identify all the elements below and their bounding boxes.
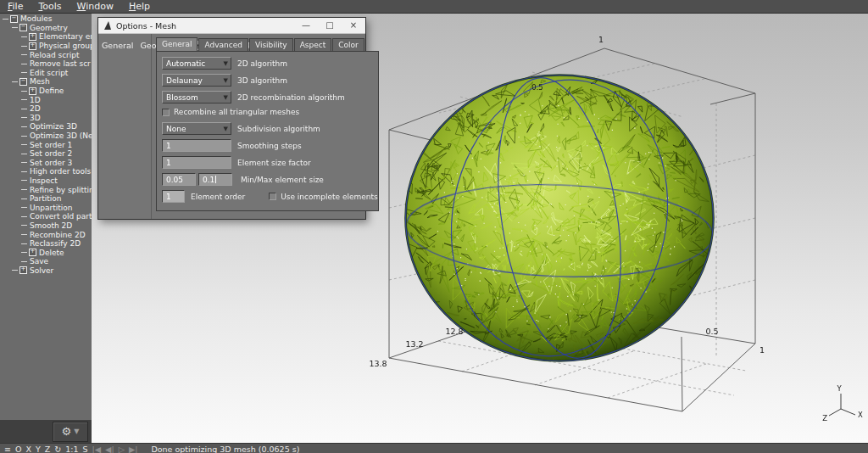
expand-icon[interactable]: + (29, 33, 36, 41)
option-row-element-order: 1Element orderUse incomplete elements (162, 190, 378, 203)
dropdown-3d-algorithm[interactable]: Delaunay▼ (162, 74, 231, 87)
anim-play-icon[interactable]: ▷ (119, 445, 125, 453)
tree-item-label: Save (30, 257, 48, 266)
ortho-toggle[interactable]: O (15, 445, 21, 453)
collapse-icon[interactable]: − (19, 78, 27, 86)
tree-item-save[interactable]: Save (0, 257, 92, 266)
tree-item-recombine-2d[interactable]: Recombine 2D (0, 230, 92, 239)
zoom-1-1-button[interactable]: 1:1 (65, 445, 78, 453)
tree-item-physical-groups[interactable]: +Physical groups (0, 42, 92, 51)
tree-item-convert-old-part[interactable]: Convert old part (0, 212, 92, 221)
expand-icon[interactable]: + (29, 42, 36, 50)
tree-item-label: Optimize 3D (30, 122, 77, 131)
menu-toggle-icon[interactable]: ≡ (4, 445, 11, 453)
axis-label-0-5: 0.5 (705, 327, 718, 336)
tree-connector (21, 109, 27, 109)
tree-item-2d[interactable]: 2D (0, 104, 92, 114)
tree-item-label: Solver (30, 266, 53, 275)
input-element-order[interactable]: 1 (162, 190, 185, 203)
tree-item-unpartition[interactable]: Unpartition (0, 203, 92, 212)
tree-item-high-order-tools[interactable]: High order tools (0, 167, 92, 176)
checkbox-recombine-all-triangular-meshes[interactable] (162, 109, 170, 116)
tree-item-edit-script[interactable]: Edit script (0, 69, 92, 78)
tree-connector (21, 199, 27, 199)
tree-item-label: Smooth 2D (30, 221, 72, 230)
anim-next-icon[interactable]: ▶| (129, 445, 138, 453)
tree-item-label: 1D (30, 96, 41, 104)
dropdown-value: None (166, 125, 186, 133)
tree-item-set-order-1[interactable]: Set order 1 (0, 140, 92, 149)
expand-icon[interactable]: + (29, 249, 36, 256)
tree-item-elementary-entit[interactable]: +Elementary entit (0, 32, 92, 42)
tree-connector (21, 189, 27, 190)
input-smoothing-steps[interactable]: 1 (162, 139, 231, 152)
category-general[interactable]: General (98, 41, 136, 50)
dropdown-subdivision-algorithm[interactable]: None▼ (162, 122, 231, 135)
dialog-title-bar[interactable]: Options - Mesh — □ × (98, 18, 365, 34)
anim-first-icon[interactable]: |◀ (92, 445, 102, 453)
tree-item-optimize-3d[interactable]: Optimize 3D (0, 122, 92, 131)
tree-connector (21, 91, 27, 92)
maximize-button[interactable]: □ (318, 18, 342, 33)
tree-item-set-order-2[interactable]: Set order 2 (0, 149, 92, 159)
x-view-button[interactable]: X (25, 445, 31, 453)
tree-item-set-order-3[interactable]: Set order 3 (0, 159, 92, 168)
menu-item-tools[interactable]: Tools (31, 0, 69, 13)
checkbox-label: Use incomplete elements (281, 193, 378, 201)
tab-aspect[interactable]: Aspect (294, 38, 332, 51)
menu-item-file[interactable]: File (0, 0, 31, 13)
gmsh-logo-icon (103, 20, 112, 31)
options-dialog: Options - Mesh — □ × GeneralGeometryMesh… (97, 17, 366, 220)
tree-item-1d[interactable]: 1D (0, 95, 92, 104)
menu-item-help[interactable]: Help (121, 0, 158, 13)
tree-connector (21, 54, 27, 55)
tree-item-3d[interactable]: 3D (0, 114, 92, 123)
collapse-icon[interactable]: − (10, 15, 18, 23)
tree-item-smooth-2d[interactable]: Smooth 2D (0, 221, 92, 231)
tree-item-label: Set order 3 (30, 159, 72, 167)
checkbox-use-incomplete-elements[interactable] (269, 193, 276, 200)
y-view-button[interactable]: Y (36, 445, 41, 453)
tree-item-refine-by-splittir[interactable]: Refine by splittir (0, 185, 92, 194)
dropdown-2d-recombination-algorithm[interactable]: Blossom▼ (162, 91, 231, 103)
minimize-button[interactable]: — (294, 18, 318, 33)
tab-color[interactable]: Color (332, 38, 364, 51)
dropdown-2d-algorithm[interactable]: Automatic▼ (162, 57, 231, 70)
mesh-general-panel: Automatic▼2D algorithmDelaunay▼3D algori… (156, 51, 379, 211)
tree-item-geometry[interactable]: −Geometry (0, 24, 92, 33)
tree-item-label: Set order 1 (30, 141, 72, 149)
tree-item-mesh[interactable]: −Mesh (0, 77, 92, 87)
anim-prev-icon[interactable]: ◀| (105, 445, 114, 453)
expand-icon[interactable]: + (19, 266, 27, 274)
tree-item-delete[interactable]: +Delete (0, 248, 92, 257)
input-element-size-factor[interactable]: 1 (162, 156, 231, 169)
rotate-view-icon[interactable]: ↻ (54, 445, 61, 453)
menu-item-window[interactable]: Window (70, 0, 121, 13)
z-view-button[interactable]: Z (45, 445, 51, 453)
tree-item-inspect[interactable]: Inspect (0, 176, 92, 186)
tree-item-define[interactable]: +Define (0, 87, 92, 96)
collapse-icon[interactable]: − (19, 24, 27, 31)
tree-item-remove-last-scr[interactable]: Remove last scr (0, 59, 92, 69)
tree-item-reload-script[interactable]: Reload script (0, 50, 92, 59)
input-min-max-element-size-0[interactable]: 0.05 (162, 173, 196, 186)
tab-visibility[interactable]: Visibility (249, 38, 293, 51)
tree-item-optimize-3d-ne[interactable]: Optimize 3D (Ne (0, 131, 92, 141)
close-button[interactable]: × (342, 18, 365, 33)
tree-gear-button[interactable]: ⚙ ▼ (53, 422, 88, 442)
tab-general[interactable]: General (156, 37, 198, 51)
expand-icon[interactable]: + (29, 87, 36, 95)
tree-item-label: Optimize 3D (Ne (30, 131, 92, 140)
tree-item-reclassify-2d[interactable]: Reclassify 2D (0, 239, 92, 249)
menu-bar: FileToolsWindowHelp (0, 0, 868, 14)
triad-y-label: Y (836, 384, 842, 393)
tree-connector (21, 72, 27, 73)
tree-item-solver[interactable]: +Solver (0, 266, 92, 276)
option-row-2d-recombination-algorithm: Blossom▼2D recombination algorithm (162, 91, 378, 103)
select-mode-button[interactable]: S (83, 445, 88, 453)
tree-connector (21, 117, 27, 118)
tree-item-partition[interactable]: Partition (0, 194, 92, 204)
input-min-max-element-size-1[interactable]: 0.1 (198, 173, 232, 186)
tab-advanced[interactable]: Advanced (198, 38, 248, 51)
tree-item-modules[interactable]: −Modules (0, 14, 92, 24)
